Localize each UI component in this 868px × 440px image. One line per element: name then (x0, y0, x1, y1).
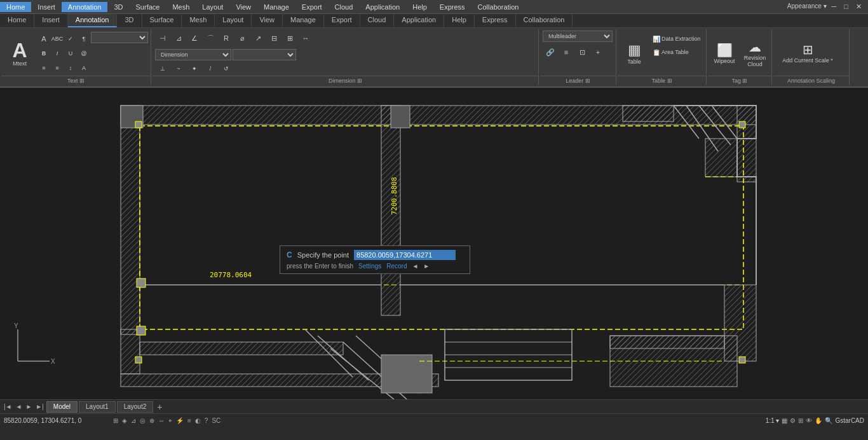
polar-icon[interactable]: ◎ (139, 417, 147, 424)
dim-diameter-btn[interactable]: ⌀ (234, 31, 250, 46)
ducs-icon[interactable]: ⌖ (167, 417, 173, 425)
grid-icon[interactable]: ⊞ (112, 417, 119, 424)
sc-icon[interactable]: SC (210, 417, 222, 424)
text-abc-btn[interactable]: ABC (50, 32, 64, 46)
tab-help[interactable]: Help (444, 14, 475, 27)
dim-radius-btn[interactable]: R (219, 31, 234, 46)
menu-cloud[interactable]: Cloud (329, 2, 360, 12)
tab-annotation[interactable]: Annotation (68, 14, 118, 27)
dimension-style-dropdown[interactable] (233, 49, 296, 60)
ws-icon[interactable]: ⚙ (790, 417, 796, 424)
spell-check-btn[interactable]: ✓ (64, 32, 78, 46)
dim-space-btn[interactable]: ↔ (298, 31, 313, 46)
settings-btn[interactable]: Settings (358, 263, 381, 270)
tab-home[interactable]: Home (0, 14, 34, 27)
minimize-btn[interactable]: ─ (829, 3, 839, 11)
layout-tab-add-btn[interactable]: + (154, 402, 165, 412)
menu-view[interactable]: View (229, 2, 257, 12)
dim-ordinate-btn[interactable]: ↗ (250, 31, 266, 46)
otrack-icon[interactable]: ↔ (157, 417, 166, 424)
zoom-icon[interactable]: 🔍 (825, 417, 832, 424)
tab-collaboration[interactable]: Collaboration (516, 14, 573, 27)
tab-mesh[interactable]: Mesh (182, 14, 215, 27)
appearance-menu[interactable]: Appearance ▾ (787, 3, 827, 11)
menu-manage[interactable]: Manage (257, 2, 295, 12)
osnap-icon[interactable]: ⊕ (148, 417, 156, 424)
leader-collect-btn[interactable]: ⊡ (574, 45, 590, 60)
area-table-btn[interactable]: 📋 Area Table (651, 46, 703, 58)
nav-prev-btn[interactable]: ◄ (412, 263, 418, 270)
tab-layout[interactable]: Layout (215, 14, 252, 27)
dim-angular-btn[interactable]: ∠ (187, 31, 202, 46)
text-align-left-btn[interactable]: ≡ (37, 61, 51, 75)
cmd-coordinate-input[interactable] (354, 250, 456, 260)
mtext-btn[interactable]: A Mtext (4, 31, 36, 76)
menu-3d[interactable]: 3D (107, 2, 129, 12)
menu-export[interactable]: Export (295, 2, 329, 12)
leader-style-btn[interactable]: 🔗 (543, 45, 558, 60)
text-bold-btn[interactable]: B (37, 46, 51, 60)
menu-collaboration[interactable]: Collaboration (471, 2, 526, 12)
dyn-icon[interactable]: ⚡ (175, 417, 185, 424)
revision-cloud-btn[interactable]: ☁ Revision Cloud (741, 31, 769, 76)
tab-express[interactable]: Express (475, 14, 516, 27)
layout-nav-next[interactable]: ► (24, 403, 33, 410)
nav-next-btn[interactable]: ► (423, 263, 430, 270)
menu-home[interactable]: Home (0, 2, 31, 12)
menu-help[interactable]: Help (406, 2, 433, 12)
dim-chain-btn[interactable]: ⊟ (266, 31, 281, 46)
leader-align-btn[interactable]: ≡ (559, 45, 574, 60)
tab-manage[interactable]: Manage (283, 14, 324, 27)
menu-application[interactable]: Application (359, 2, 406, 12)
text-symbol-btn[interactable]: @ (77, 46, 91, 60)
text-style-dropdown[interactable] (91, 32, 148, 43)
dim-break-btn[interactable]: ⊥ (155, 63, 170, 74)
text-format-btn[interactable]: ¶ (77, 32, 91, 46)
layout-tab-layout1[interactable]: Layout1 (79, 401, 116, 413)
qp-icon[interactable]: ? (203, 417, 210, 424)
restore-btn[interactable]: □ (841, 3, 851, 11)
dim-inspect-btn[interactable]: ✦ (187, 63, 202, 74)
menu-annotation[interactable]: Annotation (62, 2, 108, 12)
view-icon[interactable]: 👁 (806, 417, 812, 424)
layout-nav-first[interactable]: |◄ (3, 403, 13, 410)
multileader-dropdown[interactable]: Multileader (543, 31, 613, 42)
menu-insert[interactable]: Insert (31, 2, 62, 12)
snap-icon[interactable]: ◈ (121, 417, 128, 424)
ortho-icon[interactable]: ⊿ (130, 417, 137, 424)
layout-tab-layout2[interactable]: Layout2 (117, 401, 154, 413)
tab-3d[interactable]: 3D (117, 14, 142, 27)
tab-view[interactable]: View (252, 14, 283, 27)
add-current-scale-btn[interactable]: ⊞ Add Current Scale * (776, 31, 839, 76)
text-underline-btn[interactable]: U (64, 46, 78, 60)
dim-jog-btn[interactable]: ~ (171, 63, 186, 74)
dim-arc-btn[interactable]: ⌒ (203, 31, 218, 46)
table-btn[interactable]: ▦ Table (620, 31, 648, 76)
transparency-icon[interactable]: ◐ (194, 417, 202, 424)
pan-icon[interactable]: ✋ (815, 417, 822, 424)
dim-update-btn[interactable]: ↺ (219, 63, 234, 74)
text-italic-btn[interactable]: I (50, 46, 64, 60)
dim-linear-btn[interactable]: ⊣ (155, 31, 170, 46)
menu-mesh[interactable]: Mesh (166, 2, 196, 12)
data-extraction-btn[interactable]: 📊 Data Extraction (651, 33, 703, 45)
tab-application[interactable]: Application (394, 14, 444, 27)
menu-layout[interactable]: Layout (196, 2, 229, 12)
text-align-center-btn[interactable]: ≡ (50, 61, 64, 75)
layout-nav-last[interactable]: ►| (34, 403, 45, 410)
dimension-dropdown[interactable]: Dimension (155, 49, 231, 60)
text-color-btn[interactable]: A (77, 61, 91, 75)
layout-icon[interactable]: ⊞ (798, 417, 803, 424)
menu-express[interactable]: Express (433, 2, 471, 12)
layout-nav-prev[interactable]: ◄ (15, 403, 24, 410)
layout-tab-model[interactable]: Model (46, 401, 78, 413)
text-style-btn[interactable]: A (37, 32, 51, 46)
dim-oblique-btn[interactable]: / (203, 63, 218, 74)
tab-surface[interactable]: Surface (142, 14, 182, 27)
dim-aligned-btn[interactable]: ⊿ (171, 31, 186, 46)
menu-surface[interactable]: Surface (130, 2, 166, 12)
dim-baseline-btn[interactable]: ⊞ (282, 31, 297, 46)
record-btn[interactable]: Record (386, 263, 407, 270)
annotation-scale-icon[interactable]: ▦ (782, 417, 787, 424)
tab-insert[interactable]: Insert (34, 14, 68, 27)
